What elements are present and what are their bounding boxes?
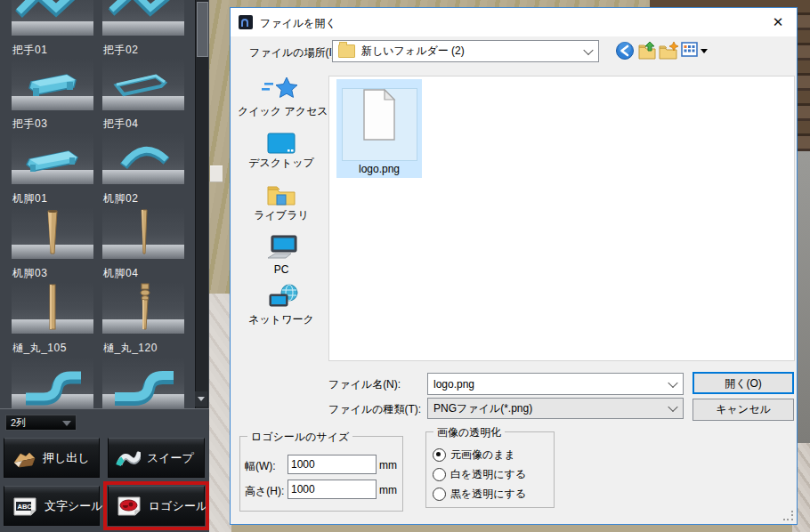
pc-icon [238, 234, 325, 262]
up-folder-button[interactable] [637, 41, 657, 60]
radio-black-transparent[interactable]: 黒を透明にする [433, 487, 526, 502]
scrollbar-thumb[interactable] [197, 2, 208, 57]
part-label: 机脚01 [12, 191, 101, 206]
place-label: ネットワーク [238, 312, 325, 327]
library-icon [238, 184, 325, 207]
file-list[interactable]: logo.png [328, 76, 795, 361]
back-button[interactable] [615, 41, 635, 60]
file-location-combobox[interactable]: 新しいフォルダー (2) [332, 40, 599, 62]
part-label: 把手03 [12, 117, 101, 132]
radio-button-icon[interactable] [433, 488, 446, 501]
thumb-gutter-profile[interactable] [12, 357, 93, 408]
thumb-gutter-profile[interactable] [102, 357, 184, 408]
folder-icon [338, 44, 355, 58]
flat-handle-shape [12, 133, 93, 184]
close-icon[interactable]: ✕ [766, 11, 790, 34]
floor-left [209, 294, 231, 532]
width-unit: mm [379, 459, 397, 472]
sidebar-scrollbar[interactable] [195, 0, 208, 408]
radio-label: 元画像のまま [450, 447, 515, 463]
chevron-down-icon [583, 44, 593, 54]
file-document-icon [359, 85, 400, 144]
thumb-handle-arc[interactable] [102, 133, 184, 184]
view-menu-caret-icon[interactable] [701, 49, 708, 53]
radio-button-icon[interactable] [433, 468, 446, 481]
file-name: logo.png [336, 163, 422, 175]
height-unit: mm [379, 484, 397, 496]
part-label: 机脚04 [103, 266, 192, 281]
place-library[interactable]: ライブラリ [238, 184, 325, 211]
height-input[interactable] [288, 480, 377, 499]
place-desktop[interactable]: デスクトップ [238, 133, 325, 159]
place-network[interactable]: ネットワーク [238, 283, 325, 315]
sidebar-divider [0, 408, 209, 409]
transparency-group-title: 画像の透明化 [433, 425, 505, 440]
thumb-leg-turned[interactable] [102, 282, 184, 334]
extrude-icon [12, 447, 36, 470]
resize-grip[interactable] [783, 511, 794, 521]
scroll-down-button[interactable] [195, 391, 207, 407]
file-location-label: ファイルの場所(I): [249, 45, 338, 60]
new-folder-button[interactable] [659, 41, 678, 60]
radio-white-transparent[interactable]: 白を透明にする [433, 467, 526, 482]
svg-text:ABC: ABC [18, 503, 33, 511]
part-label: 把手04 [103, 117, 192, 132]
chevron-down-icon [668, 402, 677, 412]
sweep-button[interactable]: スイープ [108, 438, 205, 478]
logo-size-group: ロゴシールのサイズ 幅(W): mm 高さ(H): mm [239, 436, 403, 512]
arc-handle-shape [102, 133, 184, 184]
place-label: PC [238, 263, 325, 276]
file-location-value: 新しいフォルダー (2) [361, 44, 465, 59]
filename-combobox[interactable]: logo.png [427, 373, 684, 395]
dialog-titlebar[interactable]: ファイルを開く ✕ [231, 8, 797, 36]
thumb-leg-tapered[interactable] [12, 207, 93, 259]
part-label: 机脚02 [103, 191, 192, 206]
thumb-handle-zigzag[interactable] [12, 0, 93, 36]
radio-button-icon[interactable] [433, 448, 446, 462]
place-pc[interactable]: PC [238, 234, 325, 266]
part-label: 机脚03 [12, 266, 101, 281]
abc-sticker-icon: ABC [12, 495, 38, 518]
place-quick-access[interactable]: クイック アクセス [238, 76, 325, 106]
place-label: デスクトップ [238, 156, 325, 171]
radio-label: 白を透明にする [450, 467, 526, 482]
filename-value: logo.png [433, 378, 474, 391]
cancel-button[interactable]: キャンセル [693, 399, 794, 421]
text-sticker-button[interactable]: ABC 文字シール [4, 486, 100, 526]
network-icon [238, 283, 325, 311]
sweep-label: スイープ [147, 450, 194, 466]
open-button[interactable]: 開く(O) [693, 372, 794, 394]
logo-sticker-button[interactable]: ロゴシール [108, 486, 205, 526]
thumb-handle-flat[interactable] [12, 133, 93, 184]
turned-leg-shape [102, 282, 184, 334]
zigzag-shape [12, 0, 93, 36]
thumb-handle-bar-thin[interactable] [102, 59, 184, 110]
filetype-combobox[interactable]: PNGファイル(*.png) [427, 398, 684, 419]
view-menu-button[interactable] [681, 41, 701, 60]
dialog-title: ファイルを開く [260, 16, 336, 31]
columns-dropdown-value: 2列 [11, 417, 26, 428]
transparency-group: 画像の透明化 元画像のまま 白を透明にする 黒を透明にする [425, 431, 555, 508]
radio-keep-original[interactable]: 元画像のまま [433, 447, 515, 463]
width-label: 幅(W): [245, 459, 276, 474]
radio-label: 黒を透明にする [450, 487, 526, 502]
thumb-handle-bar[interactable] [12, 59, 93, 110]
columns-dropdown[interactable]: 2列 [5, 415, 77, 431]
part-label: 樋_丸_105 [12, 341, 101, 356]
part-label: 樋_丸_120 [103, 341, 192, 356]
extrude-button[interactable]: 押し出し [4, 438, 100, 478]
baseboard [210, 165, 223, 182]
thumb-leg-straight[interactable] [12, 282, 93, 334]
place-label: ライブラリ [238, 208, 325, 223]
file-item-selected[interactable]: logo.png [336, 79, 422, 178]
zigzag-shape [102, 0, 184, 36]
bar-handle-shape [12, 59, 93, 110]
thumb-handle-zigzag[interactable] [102, 0, 184, 36]
thumb-leg-tapered-thin[interactable] [102, 207, 184, 259]
sweep-icon [116, 447, 141, 470]
logo-size-group-title: ロゴシールのサイズ [247, 430, 352, 445]
width-input[interactable] [288, 455, 377, 474]
quick-access-icon [238, 76, 325, 102]
parts-library-sidebar: 把手01 把手02 把手03 把手04 [0, 0, 209, 532]
part-label: 把手01 [12, 43, 101, 58]
